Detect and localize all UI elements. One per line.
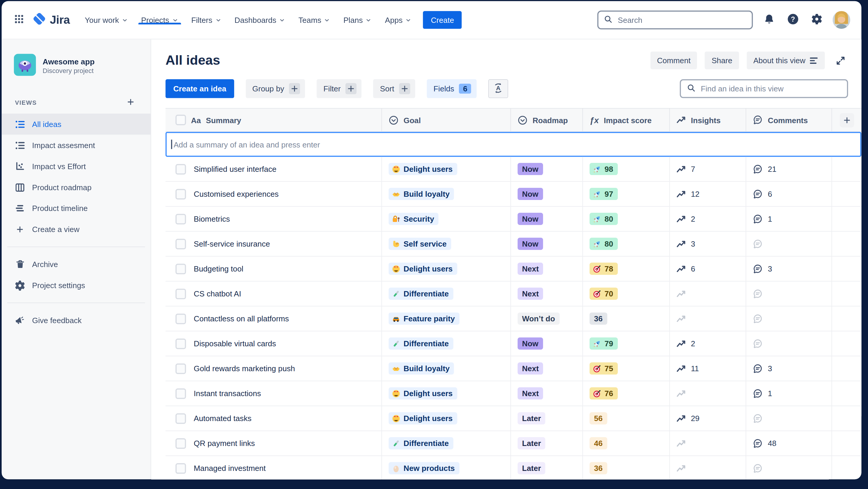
impact-score-cell[interactable]: 36	[583, 307, 670, 331]
impact-score-chip[interactable]: 76	[590, 387, 618, 399]
comments-cell[interactable]: 1	[746, 381, 832, 406]
row-checkbox[interactable]	[176, 413, 186, 424]
summary-cell[interactable]: Disposable virtual cards	[165, 332, 382, 356]
project-header[interactable]: Awesome app Discovery project	[10, 54, 142, 78]
summary-cell[interactable]: Customised experiences	[165, 181, 382, 206]
goal-cell[interactable]: Delight users	[382, 406, 511, 431]
goal-chip[interactable]: Differentiate	[389, 437, 453, 449]
fields-button[interactable]: Fields 6	[427, 79, 477, 98]
notifications-button[interactable]	[761, 12, 777, 28]
summary-cell[interactable]: Instant transactions	[165, 381, 382, 406]
sidebar-item-product-timeline[interactable]: Product timeline	[2, 198, 151, 219]
add-view-plus-icon[interactable]	[124, 96, 137, 109]
impact-score-cell[interactable]: 80	[583, 207, 670, 231]
global-search-input[interactable]	[617, 15, 746, 25]
roadmap-chip[interactable]: Now	[518, 337, 543, 349]
goal-chip[interactable]: Differentiate	[389, 337, 453, 349]
roadmap-cell[interactable]: Next	[511, 282, 583, 306]
nav-item-your-work[interactable]: Your work	[79, 16, 134, 24]
impact-score-chip[interactable]: 70	[590, 288, 618, 300]
impact-score-chip[interactable]: 46	[590, 437, 607, 449]
goal-cell[interactable]: Differentiate	[382, 282, 511, 306]
goal-cell[interactable]: Differentiate	[382, 431, 511, 456]
impact-score-chip[interactable]: 97	[590, 188, 618, 200]
roadmap-chip[interactable]: Now	[518, 163, 543, 175]
roadmap-cell[interactable]: Won’t do	[511, 307, 583, 331]
add-column-plus-icon[interactable]	[840, 113, 854, 127]
roadmap-chip[interactable]: Now	[518, 238, 543, 250]
insights-cell[interactable]	[670, 381, 746, 406]
sidebar-item-product-roadmap[interactable]: Product roadmap	[2, 177, 151, 198]
goal-cell[interactable]: New products	[382, 456, 511, 479]
jira-logo[interactable]: Jira	[33, 12, 70, 28]
goal-chip[interactable]: New products	[389, 462, 459, 474]
row-checkbox[interactable]	[176, 338, 186, 349]
summary-cell[interactable]: Simplified user interface	[165, 157, 382, 181]
row-checkbox[interactable]	[176, 213, 186, 224]
impact-score-chip[interactable]: 80	[590, 213, 618, 225]
insights-cell[interactable]	[670, 431, 746, 456]
roadmap-cell[interactable]: Later	[511, 431, 583, 456]
insights-cell[interactable]	[670, 456, 746, 479]
impact-score-cell[interactable]: 79	[583, 332, 670, 356]
goal-chip[interactable]: Differentiate	[389, 288, 453, 300]
insights-cell[interactable]: 12	[670, 181, 746, 206]
goal-cell[interactable]: Security	[382, 207, 511, 231]
comment-button[interactable]: Comment	[650, 52, 697, 69]
summary-cell[interactable]: CS chatbot AI	[165, 282, 382, 306]
roadmap-chip[interactable]: Won’t do	[518, 312, 559, 325]
goal-cell[interactable]: Differentiate	[382, 332, 511, 356]
goal-chip[interactable]: Build loyalty	[389, 188, 454, 200]
row-checkbox[interactable]	[176, 363, 186, 374]
summary-cell[interactable]: Self-service insurance	[165, 232, 382, 256]
summary-cell[interactable]: Contactless on all platforms	[165, 307, 382, 331]
impact-score-chip[interactable]: 56	[590, 412, 607, 424]
column-header-summary[interactable]: AaSummary	[165, 109, 382, 132]
roadmap-chip[interactable]: Now	[518, 188, 543, 200]
impact-score-chip[interactable]: 98	[590, 163, 618, 175]
impact-score-chip[interactable]: 79	[590, 337, 618, 349]
row-checkbox[interactable]	[176, 438, 186, 448]
comments-cell[interactable]	[746, 232, 832, 256]
roadmap-chip[interactable]: Later	[518, 437, 546, 449]
roadmap-cell[interactable]: Now	[511, 332, 583, 356]
comments-cell[interactable]	[746, 282, 832, 306]
select-all-checkbox[interactable]	[176, 115, 186, 125]
comments-cell[interactable]	[746, 332, 832, 356]
settings-button[interactable]	[809, 12, 824, 28]
impact-score-cell[interactable]: 36	[583, 456, 670, 479]
sidebar-item-create-a-view[interactable]: Create a view	[2, 219, 151, 240]
nav-item-teams[interactable]: Teams	[292, 16, 336, 24]
insights-cell[interactable]: 3	[670, 232, 746, 256]
comments-cell[interactable]	[746, 456, 832, 479]
find-idea-input[interactable]	[700, 84, 841, 94]
goal-chip[interactable]: Self service	[389, 238, 451, 250]
roadmap-chip[interactable]: Next	[518, 387, 544, 399]
column-header-goal[interactable]: Goal	[382, 109, 511, 132]
goal-chip[interactable]: Delight users	[389, 412, 457, 424]
goal-cell[interactable]: Delight users	[382, 157, 511, 181]
user-avatar[interactable]	[832, 11, 850, 29]
create-an-idea-button[interactable]: Create an idea	[165, 79, 234, 98]
column-header-comments[interactable]: Comments	[746, 109, 832, 132]
sidebar-item-give-feedback[interactable]: Give feedback	[2, 310, 151, 331]
impact-score-cell[interactable]: 56	[583, 406, 670, 431]
nav-item-apps[interactable]: Apps	[379, 16, 418, 24]
insights-cell[interactable]	[670, 307, 746, 331]
insights-cell[interactable]: 2	[670, 332, 746, 356]
nav-item-plans[interactable]: Plans	[337, 16, 378, 24]
impact-score-cell[interactable]: 78	[583, 257, 670, 281]
comments-cell[interactable]: 3	[746, 257, 832, 281]
impact-score-chip[interactable]: 36	[590, 312, 607, 325]
insights-cell[interactable]: 7	[670, 157, 746, 181]
comments-cell[interactable]: 3	[746, 356, 832, 381]
group-by-button[interactable]: Group by	[246, 79, 305, 98]
column-header-impact[interactable]: ƒxImpact score	[583, 109, 670, 132]
goal-cell[interactable]: Feature parity	[382, 307, 511, 331]
impact-score-cell[interactable]: 98	[583, 157, 670, 181]
row-checkbox[interactable]	[176, 313, 186, 324]
impact-score-chip[interactable]: 78	[590, 263, 618, 275]
roadmap-cell[interactable]: Now	[511, 181, 583, 206]
comments-cell[interactable]: 6	[746, 181, 832, 206]
nav-item-filters[interactable]: Filters	[185, 16, 227, 24]
